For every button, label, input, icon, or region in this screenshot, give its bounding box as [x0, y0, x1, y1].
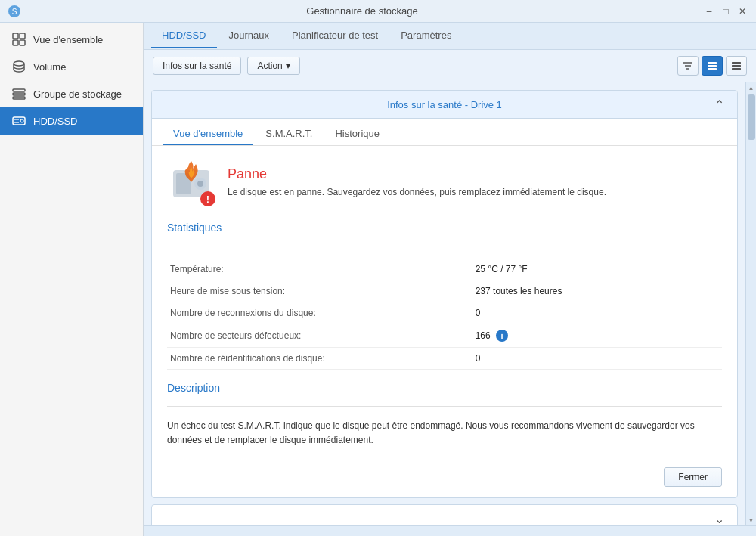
- stat-label-4: Nombre de réidentifications de disque:: [167, 348, 472, 370]
- bottom-scrollbar: [144, 525, 756, 536]
- titlebar-left: S: [8, 5, 21, 18]
- description-section: Description Un échec du test S.M.A.R.T. …: [167, 382, 722, 448]
- description-title: Description: [167, 382, 722, 394]
- scroll-track: [746, 93, 756, 515]
- svg-rect-17: [708, 62, 717, 64]
- scroll-down-arrow[interactable]: ▼: [746, 515, 757, 525]
- sidebar-item-groupe-stockage[interactable]: Groupe de stockage: [0, 80, 143, 107]
- description-text: Un échec du test S.M.A.R.T. indique que …: [167, 419, 722, 448]
- svg-rect-20: [732, 62, 741, 64]
- list-icon: [707, 60, 717, 71]
- sidebar-label-groupe-stockage: Groupe de stockage: [33, 88, 122, 100]
- svg-rect-4: [13, 40, 18, 45]
- svg-point-26: [197, 181, 203, 187]
- status-section: ! Panne Le disque est en panne. Sauvegar…: [167, 158, 722, 206]
- inner-tab-vue-ensemble[interactable]: Vue d'ensemble: [163, 123, 253, 145]
- svg-text:S: S: [12, 8, 17, 16]
- sidebar-item-volume[interactable]: Volume: [0, 53, 143, 80]
- svg-rect-22: [732, 68, 741, 70]
- stat-label-1: Heure de mise sous tension:: [167, 280, 472, 302]
- app-title: Gestionnaire de stockage: [21, 5, 703, 17]
- tab-journaux[interactable]: Journaux: [218, 23, 280, 48]
- volume-icon: [12, 60, 26, 73]
- svg-point-11: [20, 119, 23, 122]
- table-row: Nombre de secteurs défectueux: 166 i: [167, 324, 722, 348]
- inner-tab-smart[interactable]: S.M.A.R.T.: [255, 123, 323, 145]
- drive-panel-2: ⌄: [151, 504, 738, 525]
- expand-button-2[interactable]: ⌄: [711, 511, 727, 525]
- error-badge: !: [200, 191, 215, 206]
- svg-rect-19: [708, 68, 717, 70]
- main-area: Infos sur la santé - Drive 1 ⌃ Vue d'ens…: [144, 82, 756, 525]
- main-scroll: Infos sur la santé - Drive 1 ⌃ Vue d'ens…: [144, 82, 745, 525]
- close-button[interactable]: ✕: [736, 5, 748, 17]
- status-label: Panne: [228, 166, 606, 182]
- app-icon: S: [8, 5, 21, 18]
- status-text-area: Panne Le disque est en panne. Sauvegarde…: [228, 166, 606, 199]
- svg-rect-2: [13, 33, 18, 39]
- drive-panel-title: Infos sur la santé - Drive 1: [178, 99, 711, 110]
- stat-value-4: 0: [472, 348, 722, 370]
- tab-hdd-ssd[interactable]: HDD/SSD: [151, 23, 217, 48]
- scroll-thumb[interactable]: [748, 94, 755, 140]
- sidebar-label-vue-ensemble: Vue d'ensemble: [33, 34, 103, 45]
- panel-footer: Fermer: [152, 460, 737, 497]
- panel-content: ! Panne Le disque est en panne. Sauvegar…: [152, 146, 737, 460]
- tab-parametres[interactable]: Paramètres: [390, 23, 462, 48]
- drive-icon-area: !: [167, 158, 215, 206]
- svg-rect-7: [13, 89, 25, 91]
- toolbar-right: [677, 56, 747, 76]
- sidebar: Vue d'ensemble Volume Groupe de stocka: [0, 23, 144, 536]
- svg-rect-5: [20, 40, 25, 45]
- action-button[interactable]: Action ▾: [247, 57, 299, 75]
- info-badge[interactable]: i: [496, 330, 508, 342]
- svg-rect-9: [13, 97, 25, 99]
- app-container: Vue d'ensemble Volume Groupe de stocka: [0, 23, 756, 536]
- filter-icon: [683, 60, 693, 71]
- top-tabs: HDD/SSD Journaux Planificateur de test P…: [144, 23, 756, 50]
- status-description: Le disque est en panne. Sauvegardez vos …: [228, 185, 606, 199]
- stats-divider: [167, 246, 722, 246]
- storage-group-icon: [12, 87, 26, 101]
- inner-tab-historique[interactable]: Historique: [324, 123, 390, 145]
- minimize-button[interactable]: –: [703, 5, 715, 17]
- svg-rect-3: [20, 33, 25, 39]
- hdd-ssd-icon: [12, 114, 26, 128]
- drive-panel-header: Infos sur la santé - Drive 1 ⌃: [152, 91, 737, 119]
- tab-planificateur[interactable]: Planificateur de test: [281, 23, 389, 48]
- sidebar-item-vue-ensemble[interactable]: Vue d'ensemble: [0, 26, 143, 53]
- statistics-title: Statistiques: [167, 222, 722, 234]
- scroll-up-arrow[interactable]: ▲: [746, 82, 757, 93]
- sidebar-item-hdd-ssd[interactable]: HDD/SSD: [0, 107, 143, 135]
- table-row: Température: 25 °C / 77 °F: [167, 259, 722, 280]
- svg-rect-21: [732, 65, 741, 67]
- drive-panel-1: Infos sur la santé - Drive 1 ⌃ Vue d'ens…: [151, 90, 738, 498]
- description-divider: [167, 406, 722, 407]
- stats-table: Température: 25 °C / 77 °F Heure de mise…: [167, 259, 722, 370]
- action-arrow-icon: ▾: [286, 60, 290, 71]
- svg-rect-8: [13, 93, 25, 95]
- window-controls: – □ ✕: [703, 5, 748, 17]
- stat-label-2: Nombre de reconnexions du disque:: [167, 302, 472, 324]
- list-view-button[interactable]: [702, 56, 723, 76]
- stat-value-2: 0: [472, 302, 722, 324]
- filter-button[interactable]: [677, 56, 699, 76]
- stat-value-3: 166 i: [472, 324, 722, 348]
- stat-label-0: Température:: [167, 259, 472, 280]
- collapse-button[interactable]: ⌃: [711, 97, 727, 112]
- table-row: Nombre de réidentifications de disque: 0: [167, 348, 722, 370]
- inner-tabs: Vue d'ensemble S.M.A.R.T. Historique: [152, 119, 737, 146]
- stat-label-3: Nombre de secteurs défectueux:: [167, 324, 472, 348]
- overview-icon: [12, 33, 26, 46]
- titlebar: S Gestionnaire de stockage – □ ✕: [0, 0, 756, 23]
- maximize-button[interactable]: □: [720, 5, 732, 17]
- menu-button[interactable]: [726, 56, 747, 76]
- sidebar-label-hdd-ssd: HDD/SSD: [33, 116, 78, 127]
- health-info-button[interactable]: Infos sur la santé: [153, 57, 241, 75]
- stat-value-1: 237 toutes les heures: [472, 280, 722, 302]
- toolbar: Infos sur la santé Action ▾: [144, 50, 756, 82]
- right-scrollbar[interactable]: ▲ ▼: [745, 82, 756, 525]
- table-row: Nombre de reconnexions du disque: 0: [167, 302, 722, 324]
- sidebar-label-volume: Volume: [33, 61, 66, 73]
- close-panel-button[interactable]: Fermer: [664, 467, 722, 487]
